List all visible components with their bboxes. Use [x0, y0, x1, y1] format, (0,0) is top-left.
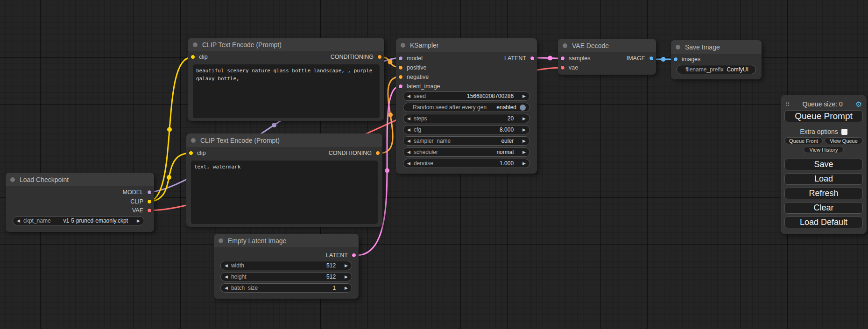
- output-label: MODEL: [123, 189, 143, 196]
- widget-value: euler: [501, 138, 514, 144]
- conditioning-output-port[interactable]: [375, 151, 380, 155]
- node-header[interactable]: Empty Latent Image: [214, 234, 359, 247]
- collapse-dot-icon[interactable]: [401, 43, 405, 48]
- queue-prompt-button[interactable]: Queue Prompt: [784, 110, 863, 122]
- model-link-midpoint-dot[interactable]: [272, 123, 276, 127]
- denoise-widget[interactable]: ◀ denoise 1.000 ▶: [403, 159, 530, 168]
- conditioning-link-negative-midpoint-dot[interactable]: [388, 112, 393, 117]
- negative-input-port[interactable]: [398, 75, 403, 79]
- prev-arrow-icon[interactable]: ◀: [407, 161, 410, 166]
- positive-input-port[interactable]: [398, 65, 403, 70]
- prev-arrow-icon[interactable]: ◀: [407, 128, 410, 132]
- node-header[interactable]: Save Image: [671, 40, 762, 54]
- next-arrow-icon[interactable]: ▶: [522, 161, 526, 166]
- prev-arrow-icon[interactable]: ◀: [407, 150, 410, 154]
- seed-widget[interactable]: ◀ seed 156680208700286 ▶: [403, 91, 530, 101]
- prev-arrow-icon[interactable]: ◀: [225, 264, 228, 268]
- sampler-name-widget[interactable]: ◀ sampler_name euler ▶: [403, 136, 530, 146]
- drag-handle-icon[interactable]: ⠿: [785, 101, 790, 108]
- collapse-dot-icon[interactable]: [193, 42, 198, 47]
- view-history-button[interactable]: View History: [804, 146, 844, 153]
- node-clip-text-encode-negative[interactable]: CLIP Text Encode (Prompt) clip CONDITION…: [186, 133, 382, 227]
- samples-link-midpoint-dot[interactable]: [548, 56, 552, 61]
- next-arrow-icon[interactable]: ▶: [137, 219, 140, 223]
- model-output-port[interactable]: [147, 190, 152, 195]
- images-input-port[interactable]: [673, 57, 678, 62]
- image-output-port[interactable]: [649, 56, 654, 61]
- negative-prompt-textarea[interactable]: text, watermark: [191, 161, 378, 224]
- steps-widget[interactable]: ◀ steps 20 ▶: [403, 114, 530, 123]
- next-arrow-icon[interactable]: ▶: [522, 117, 526, 121]
- latent-output-port[interactable]: [530, 56, 535, 61]
- latent-link-midpoint-dot[interactable]: [385, 168, 389, 173]
- output-row: MODEL: [6, 188, 154, 197]
- collapse-dot-icon[interactable]: [219, 238, 223, 243]
- next-arrow-icon[interactable]: ▶: [345, 286, 348, 290]
- random-seed-widget[interactable]: Random seed after every gen enabled: [403, 103, 530, 112]
- clip-output-port[interactable]: [147, 199, 152, 204]
- collapse-dot-icon[interactable]: [563, 43, 567, 48]
- clip-link-top-wire[interactable]: [148, 57, 191, 202]
- clip-link-top-midpoint-dot[interactable]: [167, 127, 172, 132]
- next-arrow-icon[interactable]: ▶: [345, 275, 348, 279]
- next-arrow-icon[interactable]: ▶: [522, 128, 526, 132]
- refresh-button[interactable]: Refresh: [784, 188, 863, 199]
- node-clip-text-encode-positive[interactable]: CLIP Text Encode (Prompt) clip CONDITION…: [188, 38, 384, 121]
- node-header[interactable]: VAE Decode: [558, 39, 656, 52]
- cfg-widget[interactable]: ◀ cfg 8.000 ▶: [403, 125, 530, 134]
- prev-arrow-icon[interactable]: ◀: [407, 117, 410, 121]
- next-arrow-icon[interactable]: ▶: [522, 139, 526, 143]
- prev-arrow-icon[interactable]: ◀: [17, 219, 20, 223]
- clip-input-port[interactable]: [191, 55, 195, 59]
- latent-output-port[interactable]: [352, 253, 356, 258]
- next-arrow-icon[interactable]: ▶: [345, 264, 348, 268]
- width-widget[interactable]: ◀ width 512 ▶: [220, 261, 352, 270]
- collapse-dot-icon[interactable]: [10, 177, 15, 182]
- random-seed-toggle[interactable]: [520, 105, 526, 111]
- node-graph-canvas[interactable]: Load Checkpoint MODEL CLIP VAE ◀ ckpt_na…: [0, 0, 868, 329]
- queue-front-button[interactable]: Queue Front: [784, 137, 823, 144]
- filename-prefix-widget[interactable]: filename_prefix ComfyUI: [677, 65, 756, 74]
- clip-link-bottom-midpoint-dot[interactable]: [167, 175, 171, 180]
- positive-prompt-textarea[interactable]: beautiful scenery nature glass bottle la…: [193, 64, 380, 118]
- ckpt-name-widget[interactable]: ◀ ckpt_name v1-5-pruned-emaonly.ckpt ▶: [13, 216, 144, 225]
- output-label: LATENT: [326, 252, 348, 259]
- prev-arrow-icon[interactable]: ◀: [225, 275, 228, 279]
- clip-input-port[interactable]: [189, 151, 193, 155]
- node-header[interactable]: KSampler: [396, 38, 537, 52]
- extra-options-checkbox[interactable]: [841, 129, 847, 135]
- conditioning-output-port[interactable]: [377, 55, 382, 59]
- settings-gear-icon[interactable]: ⚙: [855, 100, 862, 109]
- save-button[interactable]: Save: [784, 159, 863, 170]
- next-arrow-icon[interactable]: ▶: [522, 94, 526, 98]
- node-ksampler[interactable]: KSampler model LATENT positive negative …: [396, 38, 537, 174]
- prev-arrow-icon[interactable]: ◀: [407, 94, 410, 98]
- node-save-image[interactable]: Save Image images filename_prefix ComfyU…: [671, 40, 762, 79]
- height-widget[interactable]: ◀ height 512 ▶: [220, 272, 352, 281]
- view-queue-button[interactable]: View Queue: [825, 137, 863, 144]
- scheduler-widget[interactable]: ◀ scheduler normal ▶: [403, 147, 530, 157]
- prev-arrow-icon[interactable]: ◀: [225, 286, 228, 290]
- vae-input-port[interactable]: [560, 65, 565, 70]
- output-row: VAE: [6, 206, 154, 215]
- collapse-dot-icon[interactable]: [191, 138, 196, 143]
- node-vae-decode[interactable]: VAE Decode samples IMAGE vae: [558, 39, 656, 75]
- vae-output-port[interactable]: [147, 208, 152, 213]
- latent-image-input-port[interactable]: [398, 84, 403, 89]
- node-header[interactable]: Load Checkpoint: [6, 173, 154, 186]
- load-button[interactable]: Load: [784, 173, 863, 185]
- batch-size-widget[interactable]: ◀ batch_size 1 ▶: [220, 283, 352, 293]
- collapse-dot-icon[interactable]: [676, 45, 680, 49]
- node-empty-latent-image[interactable]: Empty Latent Image LATENT ◀ width 512 ▶ …: [214, 234, 359, 299]
- node-load-checkpoint[interactable]: Load Checkpoint MODEL CLIP VAE ◀ ckpt_na…: [6, 173, 154, 232]
- samples-input-port[interactable]: [560, 56, 565, 61]
- clear-button[interactable]: Clear: [784, 202, 863, 214]
- node-header[interactable]: CLIP Text Encode (Prompt): [186, 133, 382, 147]
- model-input-port[interactable]: [398, 56, 403, 61]
- next-arrow-icon[interactable]: ▶: [522, 150, 526, 154]
- node-header[interactable]: CLIP Text Encode (Prompt): [188, 38, 384, 51]
- image-link-midpoint-dot[interactable]: [661, 57, 666, 62]
- prev-arrow-icon[interactable]: ◀: [407, 139, 410, 143]
- conditioning-link-positive-midpoint-dot[interactable]: [388, 60, 393, 64]
- load-default-button[interactable]: Load Default: [784, 217, 863, 228]
